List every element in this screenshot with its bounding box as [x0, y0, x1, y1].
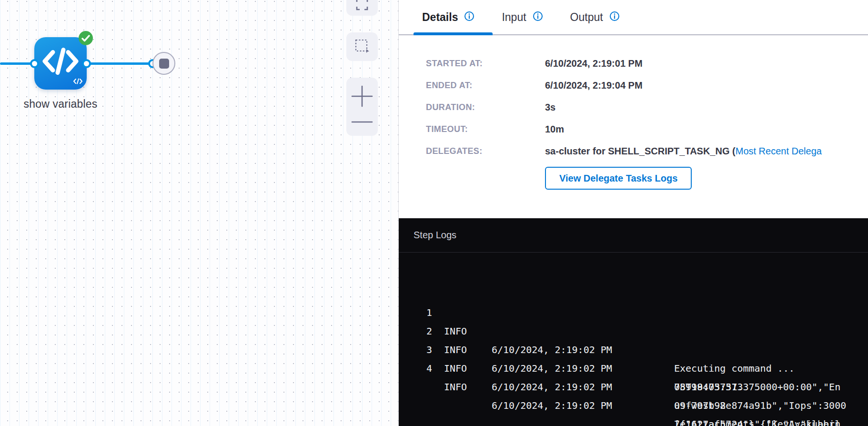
field-value: 6/10/2024, 2:19:04 PM	[545, 80, 643, 91]
detail-row-delegates: DELEGATES: sa-cluster for SHELL_SCRIPT_T…	[426, 140, 868, 162]
details-section: STARTED AT: 6/10/2024, 2:19:01 PM ENDED …	[399, 35, 868, 190]
info-icon[interactable]	[533, 11, 543, 23]
stop-node[interactable]	[152, 52, 175, 75]
shell-script-icon	[73, 78, 82, 86]
log-row: 1 INFO 6/10/2024, 2:19:02 PM Executing c…	[399, 285, 868, 304]
field-label: TIMEOUT:	[426, 124, 545, 134]
tab-output[interactable]: Output	[570, 11, 620, 24]
view-delegate-tasks-logs-button[interactable]: View Delegate Tasks Logs	[545, 167, 692, 190]
pipeline-canvas[interactable]: show variables	[0, 0, 398, 426]
success-check-icon	[79, 31, 93, 45]
field-label: DURATION:	[426, 102, 545, 112]
info-icon[interactable]	[464, 11, 474, 23]
tab-details[interactable]: Details	[422, 11, 474, 24]
step-details-panel: Details Input	[398, 0, 868, 426]
log-row: 4 INFO 6/10/2024, 2:19:02 PM [{"Attachme…	[399, 341, 868, 359]
field-value: 3s	[545, 102, 555, 113]
zoom-in-icon[interactable]	[351, 85, 373, 109]
detail-row-timeout: TIMEOUT: 10m	[426, 118, 868, 140]
field-value: sa-cluster for SHELL_SCRIPT_TASK_NG (	[545, 146, 736, 157]
stop-icon	[159, 59, 169, 69]
zoom-controls[interactable]	[346, 78, 378, 136]
log-row-wrapped: 7e1627af5724"},{"Key":"kubern	[399, 396, 868, 415]
field-label: ENDED AT:	[426, 81, 545, 91]
pipeline-execution-view: show variables	[0, 0, 868, 426]
code-icon	[42, 48, 79, 77]
log-row: 2 INFO 6/10/2024, 2:19:02 PM 75998473737…	[399, 304, 868, 322]
zoom-out-icon[interactable]	[351, 118, 373, 125]
tab-bar: Details Input	[399, 0, 868, 35]
detail-row-started: STARTED AT: 6/10/2024, 2:19:01 PM	[426, 52, 868, 74]
field-value: 6/10/2024, 2:19:01 PM	[545, 58, 643, 69]
node-port-out[interactable]	[82, 59, 91, 68]
edge-outgoing	[85, 62, 155, 65]
detail-row-duration: DURATION: 3s	[426, 96, 868, 118]
marquee-select-icon	[354, 38, 370, 56]
field-label: DELEGATES:	[426, 146, 545, 156]
fit-view-icon	[355, 0, 369, 12]
detail-row-ended: ENDED AT: 6/10/2024, 2:19:04 PM	[426, 74, 868, 96]
tab-input[interactable]: Input	[502, 11, 543, 24]
field-value: 10m	[545, 124, 564, 135]
active-tab-underline	[414, 32, 493, 35]
log-row-wrapped: 09f797b98e874a91b","Iops":3000	[399, 378, 868, 396]
node-label: show variables	[2, 98, 119, 111]
most-recent-delegate-link[interactable]: Most Recent Delega	[736, 146, 822, 157]
log-row-wrapped: {"Key":"kubernetes.io/create	[399, 415, 868, 426]
log-row-wrapped: 08T19:05:51.375000+00:00","En	[399, 359, 868, 378]
step-node-show-variables[interactable]	[34, 37, 87, 90]
step-logs-title: Step Logs	[414, 230, 456, 241]
step-logs-header: Step Logs	[399, 218, 868, 253]
node-port-in[interactable]	[30, 59, 39, 68]
tab-details-label: Details	[422, 11, 458, 24]
tab-input-label: Input	[502, 11, 526, 24]
info-icon[interactable]	[609, 11, 620, 23]
tab-output-label: Output	[570, 11, 603, 24]
fit-view-button[interactable]	[346, 0, 378, 16]
log-row: 3 INFO 6/10/2024, 2:19:02 PM us-west-2	[399, 322, 868, 341]
field-label: STARTED AT:	[426, 59, 545, 69]
marquee-select-button[interactable]	[346, 32, 378, 61]
step-logs-console: Step Logs 1 INFO 6/10/2024, 2:19:02 PM E…	[399, 218, 868, 426]
log-lines[interactable]: 1 INFO 6/10/2024, 2:19:02 PM Executing c…	[399, 253, 868, 426]
